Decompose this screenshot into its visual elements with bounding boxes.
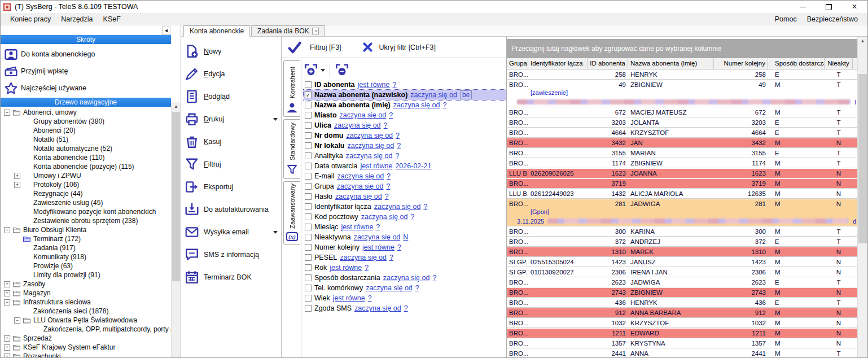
- column-header-identyfikator-acza[interactable]: Identyfikator łącza: [528, 58, 588, 69]
- tree-item-prowizje-63[interactable]: Prowizje (63): [1, 261, 171, 270]
- grid-row[interactable]: BRO...2441ANNA2441MT: [507, 349, 857, 357]
- nowy-button[interactable]: Nowy: [185, 40, 281, 63]
- filter-checkbox[interactable]: [305, 183, 312, 190]
- filter-value-link[interactable]: 2026-02-21: [395, 161, 431, 171]
- grid-row[interactable]: BRO...3432JAN3432MN: [507, 138, 857, 148]
- filter-checkbox[interactable]: [305, 224, 312, 230]
- filter-condition-nazwa-abonenta-imie[interactable]: Nazwa abonenta (imię)zaczyna się od?: [304, 100, 506, 110]
- tree-item-zestawienie-obrotu-sprzetem-238[interactable]: Zestawienie obrotu sprzętem (238): [1, 216, 171, 225]
- menu-item-bezpieczenstwo[interactable]: Bezpieczeństwo: [802, 15, 863, 23]
- filter-checkbox[interactable]: [305, 193, 312, 200]
- filter-checkbox[interactable]: [305, 203, 312, 210]
- tab-zadania-dla-bok[interactable]: Zadania dla BOK×: [251, 25, 325, 36]
- filter-value-link[interactable]: ?: [397, 242, 401, 252]
- filter-operator-link[interactable]: zaczyna się od: [410, 90, 457, 100]
- filter-tab-standardowy[interactable]: Standardowy: [283, 119, 300, 179]
- grid-row[interactable]: BRO...1211EDWARD1211MN: [507, 329, 857, 338]
- podglad-button[interactable]: Podgląd: [185, 85, 281, 108]
- remove-condition-icon[interactable]: [335, 63, 349, 77]
- filter-condition-e-mail[interactable]: E-mailzaczyna się od?: [304, 171, 506, 181]
- filter-operator-link[interactable]: zaczyna się od: [348, 141, 394, 151]
- filter-operator-link[interactable]: zaczyna się od: [335, 191, 382, 202]
- filter-value-link[interactable]: ?: [442, 100, 446, 110]
- grid-row[interactable]: BRO...2743ZBIGNIEW2743MN: [507, 288, 857, 298]
- tree-item-ksef-krajowy-system-efaktur[interactable]: +KSeF Krajowy System eFaktur: [1, 343, 171, 352]
- tree-item-biuro-obs-ugi-klienta[interactable]: −Biuro Obsługi Klienta: [1, 225, 171, 234]
- filter-checkbox[interactable]: [305, 81, 312, 88]
- filter-operator-link[interactable]: zaczyna się od: [346, 151, 393, 161]
- filter-value-link[interactable]: ?: [432, 273, 436, 283]
- expand-toggle[interactable]: −: [4, 227, 10, 233]
- expand-toggle[interactable]: −: [14, 317, 20, 324]
- hide-filter-x-icon[interactable]: [362, 41, 374, 53]
- filter-condition-miesiac[interactable]: Miesiącjest równe?: [304, 222, 506, 232]
- grid-row[interactable]: BRO...1032KRZYSZTOF1032MN: [507, 318, 857, 328]
- filter-operator-link[interactable]: zaczyna się od: [374, 202, 421, 212]
- drukuj-button[interactable]: Drukuj: [185, 108, 281, 130]
- grid-row[interactable]: BRO...672MACIEJ MATEUSZ672MT: [507, 108, 857, 117]
- dropdown-arrow-icon[interactable]: [273, 118, 278, 121]
- filter-value-link[interactable]: ?: [404, 303, 408, 313]
- filter-operator-link[interactable]: zaczyna się od: [361, 212, 408, 222]
- shortcut-do-konta-abonenckiego[interactable]: Do konta abonenckiego: [4, 46, 181, 63]
- column-header-numer-kolejny[interactable]: Numer kolejny: [714, 58, 768, 69]
- grid-scrollbar[interactable]: ▲: [857, 37, 867, 357]
- filter-checkbox[interactable]: [305, 122, 312, 129]
- filter-condition-wiek[interactable]: Wiekjest równe?: [304, 293, 506, 303]
- column-header-sposob-dostarczania[interactable]: Sposób dostarczania: [768, 58, 825, 69]
- filter-value-link[interactable]: ?: [393, 80, 397, 90]
- grid-row[interactable]: BRO...300KARINA300MT: [507, 227, 857, 237]
- expand-toggle[interactable]: +: [4, 335, 10, 342]
- column-header-nazwa-abonenta-imie[interactable]: Nazwa abonenta (imię): [628, 58, 714, 69]
- expand-toggle[interactable]: +: [4, 353, 10, 358]
- filter-value-input[interactable]: be: [460, 90, 472, 99]
- sms-z-informacja-button[interactable]: SMS z informacją: [185, 243, 281, 266]
- filter-value-link[interactable]: ?: [389, 110, 393, 120]
- scrollbar-thumb[interactable]: [858, 74, 867, 243]
- filter-checkbox[interactable]: [305, 234, 312, 241]
- group-by-panel[interactable]: Przeciągnij tutaj nagłówek aby zgrupować…: [507, 39, 857, 58]
- filter-operator-link[interactable]: zaczyna się od: [346, 130, 393, 141]
- filter-value-link[interactable]: ?: [396, 130, 400, 141]
- tree-item-protoko-y-106[interactable]: +Protokoły (106): [1, 180, 171, 189]
- menu-item-narzedzia[interactable]: Narzędzia: [56, 15, 98, 23]
- filter-condition-grupa[interactable]: Grupazaczyna się od?: [304, 181, 506, 191]
- tree-item-notatki-51[interactable]: Notatki (51): [1, 135, 171, 144]
- filter-condition-nieaktywna[interactable]: Nieaktywnazaczyna się odN: [304, 232, 506, 242]
- tree-item-zakonczenia-sieci-1878[interactable]: Zakończenia sieci (1878): [1, 307, 171, 316]
- tab-konta-abonenckie[interactable]: Konta abonenckie: [183, 25, 250, 37]
- tree-item-zakonczenia-opp-multipatchcordy-porty-1[interactable]: Zakończenia, OPP, multipatchcordy, porty…: [1, 325, 171, 334]
- filter-condition-analityka[interactable]: Analitykazaczyna się od?: [304, 151, 506, 161]
- tree-item-abonenci-umowy[interactable]: −Abonenci, umowy: [1, 108, 171, 117]
- filter-operator-link[interactable]: zaczyna się od: [337, 181, 384, 191]
- filter-operator-link[interactable]: zaczyna się od: [340, 252, 387, 263]
- filter-condition-id-abonenta[interactable]: ID abonentajest równe?: [304, 80, 506, 90]
- filter-operator-link[interactable]: zaczyna się od: [354, 232, 401, 242]
- filter-checkbox[interactable]: [305, 152, 312, 159]
- filter-condition-nr-lokalu[interactable]: Nr lokaluzaczyna się od?: [304, 141, 506, 151]
- wysy-ka-email-button[interactable]: Wysyłka email: [185, 221, 281, 243]
- hide-filter-label[interactable]: Ukryj filtr [Ctrl+F3]: [379, 43, 436, 51]
- filter-condition-tel-komorkowy[interactable]: Tel. komórkowyzaczyna się od?: [304, 283, 506, 293]
- filter-operator-link[interactable]: jest równe: [360, 161, 392, 171]
- tree-item-zawieszenie-us-ug-45[interactable]: Zawieszenie usług (45): [1, 198, 171, 207]
- filter-operator-link[interactable]: jest równe: [362, 242, 394, 252]
- sidebar-collapse-button[interactable]: ◄: [162, 27, 170, 35]
- filter-value-link[interactable]: ?: [389, 252, 393, 263]
- filter-condition-ulica[interactable]: Ulicazaczyna się od?: [304, 120, 506, 130]
- expand-toggle[interactable]: +: [4, 281, 10, 287]
- filter-value-link[interactable]: ?: [397, 141, 401, 151]
- expand-toggle[interactable]: +: [14, 182, 20, 188]
- menu-item-koniec-pracy[interactable]: Koniec pracy: [5, 15, 56, 23]
- filter-condition-numer-kolejny[interactable]: Numer kolejnyjest równe?: [304, 242, 506, 252]
- grid-row[interactable]: BRO...3155MARIAN3155ET: [507, 149, 857, 158]
- tree-item-rozrachunki[interactable]: +Rozrachunki: [1, 352, 171, 357]
- filter-operator-link[interactable]: zaczyna się od: [340, 110, 387, 120]
- filter-value-link[interactable]: ?: [395, 151, 399, 161]
- grid-row[interactable]: BRO...2623JADWIGA2623ET: [507, 278, 857, 287]
- filtruj-button[interactable]: Filtruj: [185, 153, 281, 176]
- tree-item-abonenci-20[interactable]: Abonenci (20): [1, 126, 171, 135]
- filter-value-link[interactable]: ?: [376, 222, 380, 232]
- column-header-nieakty[interactable]: Nieakty: [825, 58, 853, 69]
- filter-checkbox[interactable]: [305, 285, 312, 291]
